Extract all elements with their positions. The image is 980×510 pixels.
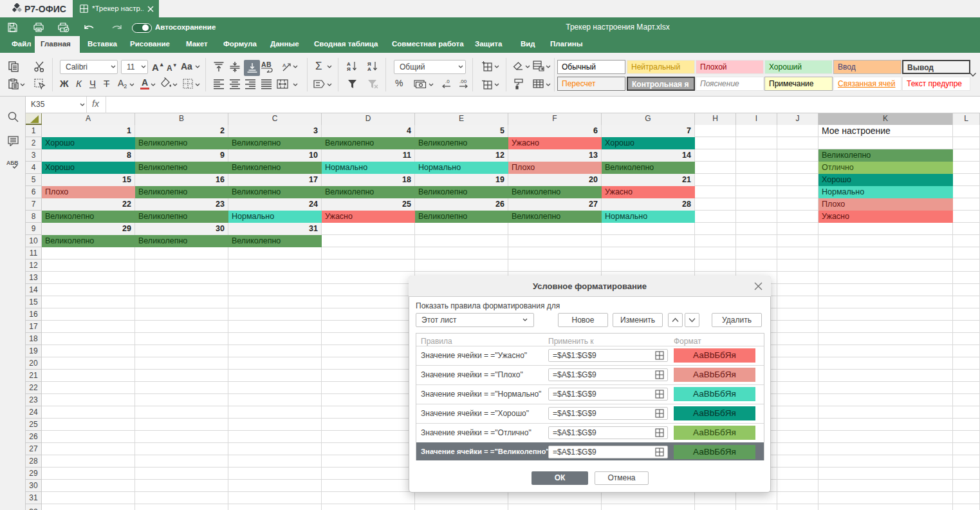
svg-text:A: A — [282, 62, 286, 68]
svg-text:.00: .00 — [459, 79, 467, 84]
svg-text:.0: .0 — [445, 79, 450, 84]
svg-text:А: А — [367, 66, 371, 71]
svg-text:Я: Я — [347, 66, 351, 71]
